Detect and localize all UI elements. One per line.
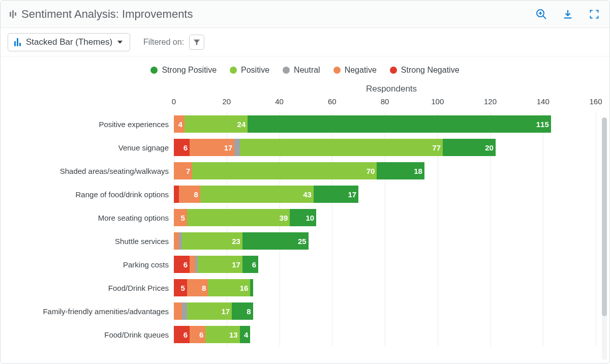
bar-segment[interactable]: 39 [187,209,290,226]
panel-header: Sentiment Analysis: Improvements [1,1,609,28]
bars: 4241156177720770188431753910232561765816… [174,112,595,346]
bar-segment[interactable]: 8 [187,279,208,296]
download-icon[interactable] [562,8,574,20]
plot-area: Positive experiencesVenue signageShaded … [1,97,609,346]
bar-row: 6176 [174,253,595,276]
legend-item[interactable]: Strong Positive [150,66,217,75]
bar-segment[interactable]: 5 [174,209,187,226]
bar-segment[interactable]: 24 [185,115,248,133]
panel-actions [535,8,600,20]
x-tick: 0 [172,97,176,106]
category-label: Parking costs [1,253,174,276]
bar-segment[interactable]: 6 [174,139,190,156]
bar-segment[interactable]: 77 [240,139,443,156]
bar-segment[interactable]: 13 [205,326,239,343]
category-label: Positive experiences [1,112,174,136]
chart-icon [10,10,16,18]
category-label: Food/Drink queues [1,323,174,346]
chevron-down-icon [117,41,123,44]
category-label: Venue signage [1,136,174,159]
bar-segment[interactable]: 17 [314,186,358,203]
category-label: Shuttle services [1,229,174,253]
filter-button[interactable] [189,35,204,50]
bar-segment[interactable]: 7 [174,162,192,179]
legend-item[interactable]: Positive [230,66,269,75]
x-tick: 80 [381,97,389,106]
bar-segment[interactable] [250,279,253,296]
category-label: Shaded areas/seating/walkways [1,159,174,183]
x-axis-ticks: 020406080100120140160 [174,97,595,112]
legend-swatch [150,67,158,74]
bar-segment[interactable]: 23 [182,232,242,250]
x-tick: 100 [431,97,444,106]
bar-segment[interactable]: 4 [240,326,251,343]
bar-row: 66134 [174,323,595,346]
bar-row: 6177720 [174,136,595,159]
bar-segment[interactable]: 115 [248,115,551,133]
toolbar: Stacked Bar (Themes) Filtered on: [1,28,609,56]
legend-swatch [333,67,341,74]
bar-segment[interactable]: 6 [174,326,190,343]
legend-item[interactable]: Neutral [283,66,320,75]
x-tick: 140 [537,97,550,106]
chart-type-dropdown[interactable]: Stacked Bar (Themes) [8,33,130,51]
plot-column: 020406080100120140160 424115617772077018… [174,97,609,346]
x-tick: 160 [589,97,602,106]
bar-row: 53910 [174,206,595,229]
bar-segment[interactable] [182,302,187,320]
bar-segment[interactable]: 17 [187,302,232,320]
bar-segment[interactable]: 6 [190,326,205,343]
bar-segment[interactable]: 4 [174,115,185,133]
bar-row: 424115 [174,112,595,136]
filter-icon [193,38,201,46]
bar-segment[interactable] [174,186,179,203]
bar-segment[interactable]: 16 [208,279,250,296]
svg-line-1 [543,16,546,19]
panel: { "header": { "title": "Sentiment Analys… [0,0,610,364]
bar-segment[interactable]: 25 [242,232,309,250]
bar-segment[interactable] [234,139,239,156]
bar-segment[interactable]: 17 [190,139,234,156]
bar-segment[interactable]: 10 [290,209,316,226]
category-label: Food/Drink Prices [1,276,174,299]
legend-swatch [283,67,290,74]
legend-item[interactable]: Negative [333,66,377,75]
bar-row: 178 [174,299,595,323]
panel-title: Sentiment Analysis: Improvements [21,8,193,21]
zoom-in-icon[interactable] [535,8,547,20]
bar-row: 77018 [174,159,595,183]
bar-segment[interactable]: 6 [242,256,258,273]
x-tick: 40 [275,97,284,106]
bar-segment[interactable]: 43 [200,186,314,203]
bar-segment[interactable]: 8 [179,186,200,203]
chart-type-label: Stacked Bar (Themes) [26,37,112,47]
legend-label: Neutral [294,66,320,75]
bar-segment[interactable]: 8 [232,302,253,320]
legend-item[interactable]: Strong Negative [390,66,460,75]
legend-label: Strong Positive [162,66,217,75]
x-axis-title: Respondents [174,84,609,94]
x-tick: 20 [222,97,231,106]
bar-segment[interactable] [174,302,182,320]
x-tick: 60 [328,97,337,106]
bar-segment[interactable]: 18 [377,162,424,179]
category-label: Family-friendly amenities/advantages [1,299,174,323]
legend-label: Negative [345,66,377,75]
bar-segment[interactable]: 20 [443,139,496,156]
legend-label: Strong Negative [401,66,460,75]
bar-segment[interactable]: 5 [174,279,187,296]
fullscreen-icon[interactable] [588,8,600,20]
bar-row: 2325 [174,229,595,253]
bar-segment[interactable] [190,256,195,273]
scrollbar[interactable] [602,117,607,360]
bar-segment[interactable]: 17 [198,256,242,273]
scrollbar-thumb[interactable] [602,117,607,316]
legend-label: Positive [241,66,269,75]
bar-segment[interactable]: 6 [174,256,190,273]
bar-segment[interactable] [174,232,179,250]
legend-swatch [390,67,397,74]
bar-row: 5816 [174,276,595,299]
bar-segment[interactable]: 70 [192,162,377,179]
legend: Strong PositivePositiveNeutralNegativeSt… [1,56,609,81]
filtered-on-label: Filtered on: [143,38,184,47]
